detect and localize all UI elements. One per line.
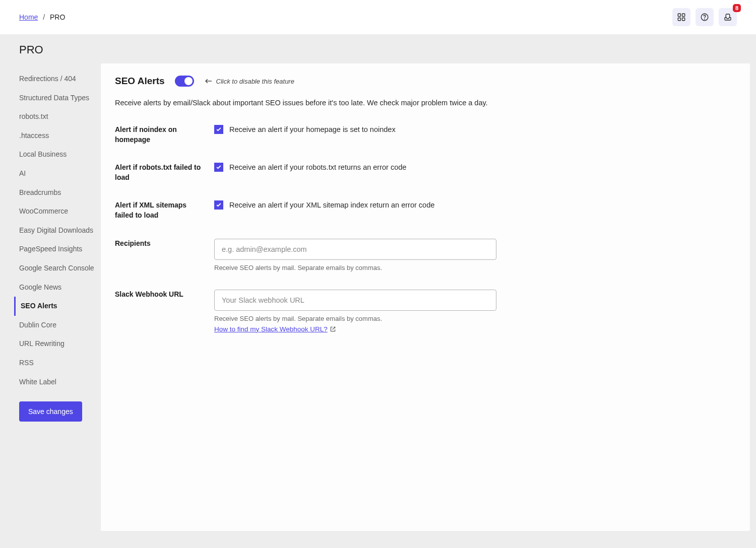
help-icon (700, 13, 709, 22)
sidebar-item-dublin-core[interactable]: Dublin Core (19, 316, 101, 335)
sidebar-nav: Redirections / 404 Structured Data Types… (19, 70, 101, 391)
content-title: SEO Alerts (115, 76, 165, 87)
checkbox-robots-label: Receive an alert if your robots.txt retu… (229, 163, 406, 171)
breadcrumb-home[interactable]: Home (19, 13, 38, 21)
sidebar-item-google-news[interactable]: Google News (19, 278, 101, 297)
field-sitemap: Alert if XML sitemaps failed to load Rec… (115, 200, 736, 220)
sidebar-item-redirections[interactable]: Redirections / 404 (19, 70, 101, 89)
checkbox-sitemap[interactable] (214, 200, 223, 210)
help-icon-button[interactable] (696, 8, 714, 26)
field-sitemap-label: Alert if XML sitemaps failed to load (115, 200, 214, 220)
field-recipients-label: Recipients (115, 239, 214, 249)
checkbox-sitemap-label: Receive an alert if your XML sitemap ind… (229, 201, 434, 209)
recipients-input[interactable] (214, 239, 496, 260)
sidebar: Redirections / 404 Structured Data Types… (0, 63, 101, 531)
save-button[interactable]: Save changes (19, 401, 82, 422)
breadcrumb-current: PRO (50, 13, 65, 21)
content-description: Receive alerts by email/Slack about impo… (115, 99, 736, 107)
field-recipients: Recipients Receive SEO alerts by mail. S… (115, 239, 736, 271)
breadcrumb-separator: / (43, 13, 45, 21)
check-icon (216, 164, 222, 170)
content-header: SEO Alerts Click to disable this feature (115, 76, 736, 87)
svg-rect-1 (682, 14, 685, 16)
toggle-knob (184, 77, 193, 85)
checkbox-noindex-label: Receive an alert if your homepage is set… (229, 125, 396, 133)
slack-link-text: How to find my Slack Webhook URL? (214, 325, 328, 333)
sidebar-item-pagespeed[interactable]: PageSpeed Insights (19, 240, 101, 259)
sidebar-item-edd[interactable]: Easy Digital Downloads (19, 221, 101, 240)
field-slack-label: Slack Webhook URL (115, 290, 214, 300)
external-link-icon (330, 326, 336, 332)
notification-badge: 8 (733, 4, 741, 12)
feature-toggle[interactable] (175, 76, 194, 87)
field-robots-label: Alert if robots.txt failed to load (115, 163, 214, 182)
slack-how-to-link[interactable]: How to find my Slack Webhook URL? (214, 325, 336, 333)
grid-icon (677, 13, 686, 22)
sidebar-item-local-business[interactable]: Local Business (19, 145, 101, 164)
check-icon (216, 202, 222, 208)
sidebar-item-white-label[interactable]: White Label (19, 373, 101, 392)
svg-rect-3 (682, 18, 685, 21)
inbox-icon-button[interactable]: 8 (719, 8, 737, 26)
field-noindex: Alert if noindex on homepage Receive an … (115, 125, 736, 145)
svg-point-5 (705, 19, 705, 19)
breadcrumb: Home / PRO (19, 13, 65, 21)
check-icon (216, 126, 222, 132)
sidebar-item-breadcrumbs[interactable]: Breadcrumbs (19, 183, 101, 202)
sidebar-item-gsc[interactable]: Google Search Console (19, 259, 101, 278)
sidebar-item-ai[interactable]: AI (19, 164, 101, 183)
content-panel: SEO Alerts Click to disable this feature… (101, 63, 750, 531)
toggle-hint: Click to disable this feature (204, 78, 294, 85)
checkbox-noindex[interactable] (214, 125, 223, 134)
arrow-left-icon (204, 78, 213, 85)
page-header: PRO (0, 34, 756, 63)
slack-help: Receive SEO alerts by mail. Separate ema… (214, 315, 496, 322)
sidebar-item-structured-data[interactable]: Structured Data Types (19, 89, 101, 108)
page-title: PRO (19, 43, 737, 56)
checkbox-robots[interactable] (214, 163, 223, 172)
field-robots: Alert if robots.txt failed to load Recei… (115, 163, 736, 182)
field-slack: Slack Webhook URL Receive SEO alerts by … (115, 290, 736, 333)
toggle-hint-text: Click to disable this feature (216, 78, 294, 85)
recipients-help: Receive SEO alerts by mail. Separate ema… (214, 264, 496, 271)
svg-rect-0 (678, 14, 680, 16)
sidebar-item-rss[interactable]: RSS (19, 354, 101, 373)
topbar: Home / PRO 8 (0, 0, 756, 34)
slack-webhook-input[interactable] (214, 290, 496, 311)
sidebar-item-woocommerce[interactable]: WooCommerce (19, 202, 101, 221)
sidebar-item-seo-alerts[interactable]: SEO Alerts (14, 297, 101, 316)
sidebar-item-url-rewriting[interactable]: URL Rewriting (19, 334, 101, 354)
layout: Redirections / 404 Structured Data Types… (0, 63, 756, 548)
field-noindex-label: Alert if noindex on homepage (115, 125, 214, 145)
grid-icon-button[interactable] (672, 8, 690, 26)
inbox-icon (723, 13, 732, 22)
sidebar-item-htaccess[interactable]: .htaccess (19, 126, 101, 146)
svg-rect-2 (678, 18, 680, 21)
topbar-actions: 8 (672, 8, 737, 26)
sidebar-item-robots-txt[interactable]: robots.txt (19, 107, 101, 126)
